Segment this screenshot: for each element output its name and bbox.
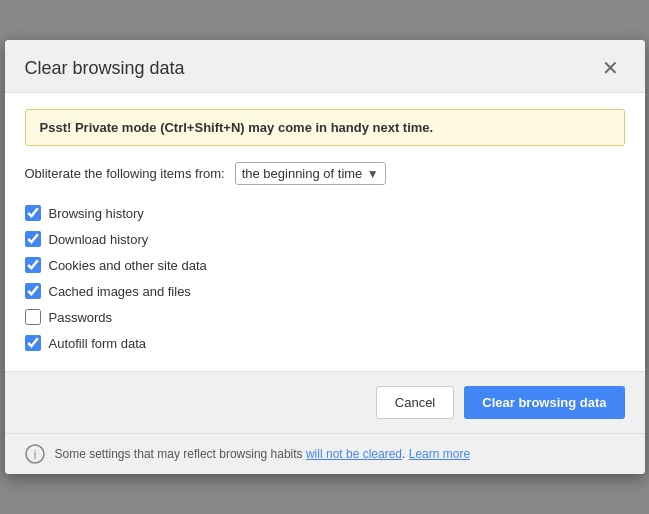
dialog-footer-info: i Some settings that may reflect browsin… [5,433,645,474]
dialog-title: Clear browsing data [25,58,185,79]
checkbox-passwords[interactable]: Passwords [25,309,625,325]
info-icon: i [25,444,45,464]
checkbox-browsing-history[interactable]: Browsing history [25,205,625,221]
cached-label: Cached images and files [49,284,191,299]
time-range-select-wrapper[interactable]: the beginning of time the past hour the … [235,162,386,185]
passwords-checkbox[interactable] [25,309,41,325]
autofill-label: Autofill form data [49,336,147,351]
cached-checkbox[interactable] [25,283,41,299]
time-range-label: Obliterate the following items from: [25,166,225,181]
time-range-select[interactable]: the beginning of time the past hour the … [242,166,363,181]
checkbox-autofill[interactable]: Autofill form data [25,335,625,351]
learn-more-link[interactable]: Learn more [409,447,470,461]
svg-text:i: i [33,448,36,462]
download-history-label: Download history [49,232,149,247]
browsing-history-checkbox[interactable] [25,205,41,221]
autofill-checkbox[interactable] [25,335,41,351]
download-history-checkbox[interactable] [25,231,41,247]
checkboxes-container: Browsing history Download history Cookie… [25,201,625,355]
checkbox-cookies[interactable]: Cookies and other site data [25,257,625,273]
cookies-label: Cookies and other site data [49,258,207,273]
browsing-history-label: Browsing history [49,206,144,221]
dialog-footer-buttons: Cancel Clear browsing data [5,371,645,433]
warning-banner: Psst! Private mode (Ctrl+Shift+N) may co… [25,109,625,146]
cancel-button[interactable]: Cancel [376,386,454,419]
passwords-label: Passwords [49,310,113,325]
cookies-checkbox[interactable] [25,257,41,273]
checkbox-download-history[interactable]: Download history [25,231,625,247]
will-not-be-cleared-link[interactable]: will not be cleared [306,447,402,461]
dialog-body: Psst! Private mode (Ctrl+Shift+N) may co… [5,93,645,371]
footer-text: Some settings that may reflect browsing … [55,447,471,461]
clear-browsing-data-dialog: Clear browsing data ✕ Psst! Private mode… [5,40,645,474]
checkbox-cached[interactable]: Cached images and files [25,283,625,299]
dialog-header: Clear browsing data ✕ [5,40,645,93]
time-range-row: Obliterate the following items from: the… [25,162,625,185]
chevron-down-icon: ▼ [367,167,379,181]
close-button[interactable]: ✕ [596,56,625,80]
footer-separator: . [402,447,405,461]
clear-browsing-data-button[interactable]: Clear browsing data [464,386,624,419]
footer-text-main: Some settings that may reflect browsing … [55,447,306,461]
